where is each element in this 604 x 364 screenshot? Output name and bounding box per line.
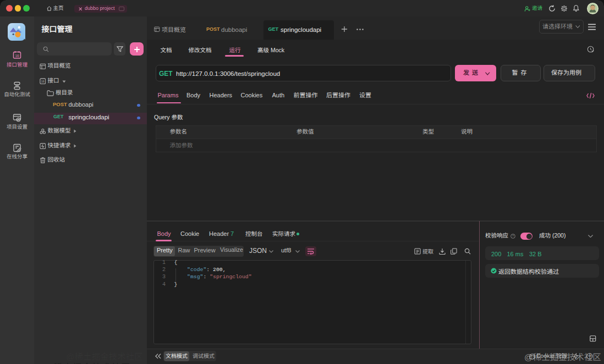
svg-text:16: 16 [15,53,19,57]
svg-text:16: 16 [41,79,44,82]
svg-text:?: ? [512,234,514,238]
